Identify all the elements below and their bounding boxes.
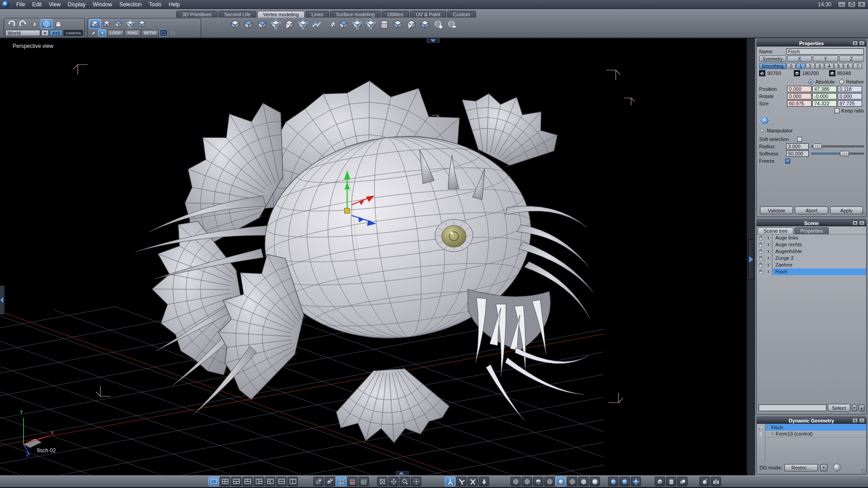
wave-deform-icon[interactable] [310,18,323,31]
world-dropdown-arrow[interactable]: ▼ [41,30,49,36]
layout-2-left[interactable] [265,477,275,486]
menu-selection[interactable]: Selection [116,0,145,9]
tab-surface-modeling[interactable]: Surface modeling [330,11,381,18]
menu-window[interactable]: Window [89,0,116,9]
radius-slider-knob[interactable] [813,144,822,149]
eye-icon[interactable] [764,248,772,255]
object-snap-icon[interactable] [325,477,335,486]
layout-2-rows[interactable] [276,477,287,486]
layout-3-bottom[interactable] [231,477,241,486]
dg-preview-sphere-icon[interactable] [833,464,841,471]
smoothing-level-4[interactable]: 4 [825,63,834,69]
cluster-points-icon[interactable] [377,18,391,31]
smoothing-level-3[interactable]: 3 [815,63,824,69]
extrude-face-icon[interactable] [269,18,283,31]
symmetry-y-button[interactable]: Y [813,56,838,62]
menu-edit[interactable]: Edit [28,0,45,9]
properties-collapse-icon[interactable]: ▼ [852,41,858,46]
hidden-line-icon[interactable] [522,477,532,486]
redo-icon[interactable] [17,19,29,29]
validate-button[interactable]: Validate [760,206,793,214]
lock-icon[interactable] [757,248,764,255]
smooth-cube-icon[interactable] [242,18,255,31]
extract-face-icon[interactable] [323,18,337,31]
tab-scene-properties[interactable]: Properties [794,227,829,234]
dg-root-fisch[interactable]: ▼ Fisch [765,424,866,431]
scene-down-icon[interactable]: ▼ [852,404,858,411]
radius-field[interactable] [786,143,809,150]
lasso-icon[interactable] [169,29,177,37]
layout-single[interactable] [208,477,219,486]
smoothing-level-6[interactable]: 6 [844,63,853,69]
dg-title[interactable]: Dynamic Geometry ▼ × [757,417,866,424]
ladder-extrude-icon[interactable] [283,18,296,31]
edit-points-icon[interactable] [296,18,310,31]
manipulator-sphere-icon[interactable] [759,115,771,127]
scene-up-icon[interactable]: ▲ [859,404,864,411]
absolute-radio[interactable] [808,80,813,84]
smooth-shaded-icon[interactable] [556,477,566,486]
xyz-toggle[interactable]: XYZ [50,30,62,36]
delete-wedge-icon[interactable] [29,19,41,29]
scene-title[interactable]: Scene ▼ × [757,220,866,226]
tab-second-life[interactable]: Second Life [218,11,256,18]
scale-manip-icon[interactable] [467,477,478,486]
scene-item-auge-rechts[interactable]: Auge rechts [757,241,866,248]
scene-filter-input[interactable] [759,404,826,411]
render-icon[interactable] [699,477,710,486]
expand-triangle-icon[interactable]: ▼ [766,425,770,429]
cube-corner-icon[interactable] [113,19,124,29]
eye-icon[interactable] [764,262,772,268]
dg-child-form13[interactable]: └ Form13 (control) [765,431,866,437]
scene-item-label[interactable]: Auge links [772,235,866,241]
scene-collapse-icon[interactable]: ▼ [852,221,858,225]
softness-slider-knob[interactable] [840,151,849,156]
drop-manip-icon[interactable] [479,477,489,486]
weld-points-icon[interactable] [364,18,377,31]
ring-button[interactable]: RING [125,30,141,36]
layout-3-top[interactable] [242,477,253,486]
ghost-icon[interactable] [52,19,64,29]
position-y-field[interactable] [812,86,837,92]
wireframe-icon[interactable] [510,477,521,486]
cylinder-mode-icon[interactable] [666,477,676,486]
dg-mode-select[interactable]: Restric... [784,464,818,471]
smoothing-button[interactable]: Smoothing [759,63,786,69]
scene-item-zunge-2[interactable]: Zunge 2 [757,255,866,262]
properties-title[interactable]: Properties ▼ × [757,40,866,47]
scene-item-fisch[interactable]: Fisch [757,268,866,275]
scene-item-label[interactable]: Zunge 2 [772,255,866,262]
fit-view-icon[interactable] [377,477,387,486]
dg-curve-icon[interactable] [758,432,764,437]
round-edge-icon[interactable] [255,18,269,31]
symmetry-x-button[interactable]: X [787,56,812,62]
marquee-icon[interactable] [160,29,168,37]
properties-close-icon[interactable]: × [859,41,865,46]
symmetry-z-button[interactable]: Z [839,56,864,62]
smoothing-level-5[interactable]: 5 [834,63,843,69]
scene-item-auge-links[interactable]: Auge links [757,235,866,241]
tab-uv-paint[interactable]: UV & Paint [410,11,446,18]
layout-quad[interactable] [220,477,230,486]
apply-button[interactable]: Apply [830,206,863,214]
undo-icon[interactable] [5,19,17,29]
abort-button[interactable]: Abort [795,206,828,214]
lock-icon[interactable] [757,235,764,241]
freeze-checkbox[interactable]: ✓ [785,159,790,164]
softness-slider[interactable] [811,153,864,155]
rotate-manip-icon[interactable] [456,477,467,486]
smoothing-level-0[interactable]: 0 [787,63,796,69]
size-y-field[interactable] [812,100,837,107]
lock-icon[interactable] [757,255,764,262]
dispatch-remove-icon[interactable] [445,18,459,31]
control-points-icon[interactable] [631,477,641,486]
soft-shadow-icon[interactable] [590,477,600,486]
grid-snap-icon[interactable] [313,477,324,486]
tab-vertex-modeling[interactable]: Vertex modeling [257,11,305,18]
scene-item-augenhoehle[interactable]: Augenhöhle [757,248,866,255]
minimize-button[interactable]: — [838,1,846,8]
scene-item-label[interactable]: Fisch [772,268,866,275]
tab-lines[interactable]: Lines [306,11,329,18]
lock-icon[interactable] [757,268,764,275]
menu-help[interactable]: Help [165,0,184,9]
